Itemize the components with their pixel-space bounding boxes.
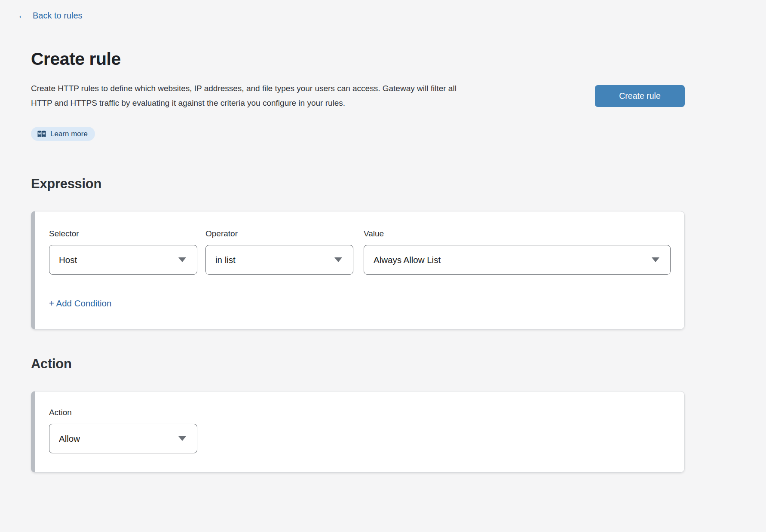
operator-dropdown-value: in list	[215, 255, 236, 265]
selector-dropdown[interactable]: Host	[49, 245, 197, 275]
dropdown-arrow-icon	[652, 257, 659, 262]
dropdown-arrow-icon	[334, 257, 342, 262]
action-dropdown-value: Allow	[59, 434, 80, 444]
operator-field: Operator in list	[205, 229, 353, 275]
back-arrow-icon: ←	[17, 10, 27, 20]
value-label: Value	[364, 229, 671, 238]
dropdown-arrow-icon	[178, 257, 186, 262]
header-row: Create HTTP rules to define which websit…	[31, 69, 685, 110]
back-link-label: Back to rules	[33, 11, 83, 21]
learn-more-badge[interactable]: Learn more	[31, 127, 95, 141]
action-card: Action Allow	[31, 391, 685, 473]
back-to-rules-link[interactable]: ← Back to rules	[17, 11, 83, 21]
action-heading: Action	[31, 356, 685, 372]
action-dropdown[interactable]: Allow	[49, 424, 197, 453]
create-rule-button[interactable]: Create rule	[595, 85, 685, 107]
learn-more-label: Learn more	[50, 130, 88, 138]
expression-fields-row: Selector Host Operator in list Value Alw…	[49, 229, 671, 275]
page-description: Create HTTP rules to define which websit…	[31, 81, 465, 110]
selector-label: Selector	[49, 229, 197, 238]
value-field: Value Always Allow List	[364, 229, 671, 275]
dropdown-arrow-icon	[178, 436, 186, 441]
expression-card: Selector Host Operator in list Value Alw…	[31, 211, 685, 330]
selector-dropdown-value: Host	[59, 255, 77, 265]
expression-heading: Expression	[31, 176, 685, 192]
page-title: Create rule	[31, 49, 685, 69]
add-condition-link[interactable]: + Add Condition	[49, 298, 111, 309]
value-dropdown[interactable]: Always Allow List	[364, 245, 671, 275]
book-icon	[37, 130, 46, 138]
operator-dropdown[interactable]: in list	[205, 245, 353, 275]
create-rule-page: ← Back to rules Create rule Create HTTP …	[0, 0, 766, 532]
action-label: Action	[49, 408, 671, 417]
operator-label: Operator	[205, 229, 353, 238]
value-dropdown-value: Always Allow List	[374, 255, 441, 265]
selector-field: Selector Host	[49, 229, 197, 275]
